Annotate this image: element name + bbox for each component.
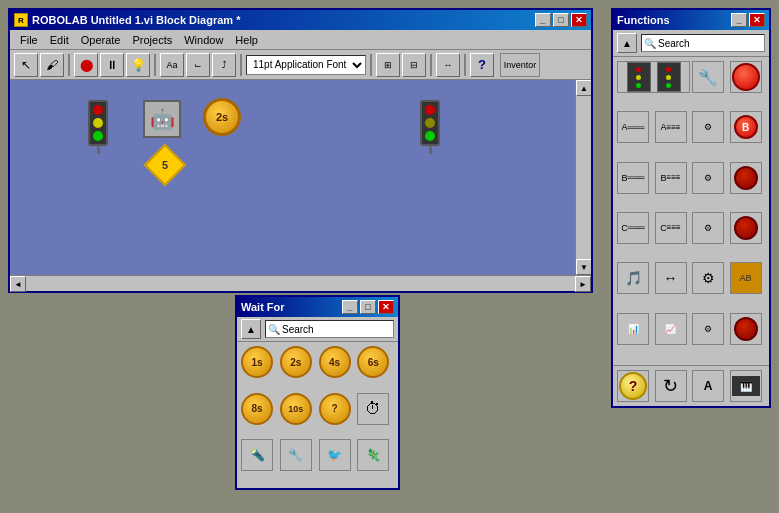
- func-sensor-1[interactable]: 🔧: [692, 61, 724, 93]
- func-block-f1[interactable]: 📊: [617, 313, 649, 345]
- menu-help[interactable]: Help: [229, 32, 264, 48]
- piano-keys: 🎹: [732, 376, 760, 396]
- nav-button[interactable]: ↔: [436, 53, 460, 77]
- func-block-e[interactable]: AB: [730, 262, 762, 294]
- func-block-c1[interactable]: C═══: [617, 212, 649, 244]
- functions-back-button[interactable]: ▲: [617, 33, 637, 53]
- wait-10s-icon[interactable]: 10s: [280, 393, 312, 425]
- menubar: File Edit Operate Projects Window Help: [10, 30, 591, 50]
- wait-2s-icon[interactable]: 2s: [280, 346, 312, 378]
- menu-file[interactable]: File: [14, 32, 44, 48]
- waitfor-back-button[interactable]: ▲: [241, 319, 261, 339]
- wait-sensor-2[interactable]: 🔧: [280, 439, 312, 471]
- diamond-branch[interactable]: 5: [144, 144, 186, 186]
- contract-button[interactable]: ⊟: [402, 53, 426, 77]
- traffic-signal-2[interactable]: [420, 100, 440, 154]
- func-sensor-4[interactable]: ⚙: [692, 212, 724, 244]
- scroll-right-button[interactable]: ►: [575, 276, 591, 292]
- question-circle: ?: [619, 372, 647, 400]
- func-traffic-light-1[interactable]: [617, 61, 690, 93]
- functions-minimize[interactable]: _: [731, 13, 747, 27]
- toolbar-separator-2: [154, 54, 156, 76]
- yellow-light-2: [425, 118, 435, 128]
- func-block-a2[interactable]: A≡≡≡: [655, 111, 687, 143]
- waitfor-minimize[interactable]: _: [342, 300, 358, 314]
- func-sensor-6[interactable]: ⚙: [692, 313, 724, 345]
- scroll-down-button[interactable]: ▼: [576, 259, 591, 275]
- pointer-tool[interactable]: ↖: [14, 53, 38, 77]
- wire-tool[interactable]: ⌙: [186, 53, 210, 77]
- menu-window[interactable]: Window: [178, 32, 229, 48]
- green-light-2: [425, 131, 435, 141]
- func-arrow-1[interactable]: ↔: [655, 262, 687, 294]
- func-block-b2[interactable]: B≡≡≡: [655, 162, 687, 194]
- scroll-up-button[interactable]: ▲: [576, 80, 591, 96]
- scroll-left-button[interactable]: ◄: [10, 276, 26, 292]
- menu-operate[interactable]: Operate: [75, 32, 127, 48]
- functions-search-box[interactable]: 🔍 Search: [641, 34, 765, 52]
- functions-close[interactable]: ✕: [749, 13, 765, 27]
- func-sensor-2[interactable]: ⚙: [692, 111, 724, 143]
- expand-button[interactable]: ⊞: [376, 53, 400, 77]
- arrow-tool[interactable]: ⤴: [212, 53, 236, 77]
- wait-question-icon[interactable]: ?: [319, 393, 351, 425]
- text-tool[interactable]: Aa: [160, 53, 184, 77]
- pause-button[interactable]: ⏸: [100, 53, 124, 77]
- help-button[interactable]: ?: [470, 53, 494, 77]
- traffic-signal-1[interactable]: [88, 100, 108, 154]
- func-red-circle-c[interactable]: [730, 162, 762, 194]
- func-red-circle-e[interactable]: [730, 313, 762, 345]
- scroll-track-v[interactable]: [576, 96, 591, 259]
- func-sensor-3[interactable]: ⚙: [692, 162, 724, 194]
- toolbar: ↖ 🖌 ⬤ ⏸ 💡 Aa ⌙ ⤴ 11pt Application Font ⊞…: [10, 50, 591, 80]
- toolbar-separator-5: [430, 54, 432, 76]
- func-rotate-icon[interactable]: ↻: [655, 370, 687, 402]
- func-red-circle-b[interactable]: B: [730, 111, 762, 143]
- run-button[interactable]: ⬤: [74, 53, 98, 77]
- inventor-button[interactable]: Inventor: [500, 53, 540, 77]
- func-block-f2[interactable]: 📈: [655, 313, 687, 345]
- func-yellow-1: [636, 75, 641, 80]
- diamond-label: 5: [162, 159, 168, 171]
- func-piano-icon[interactable]: 🎹: [730, 370, 762, 402]
- menu-projects[interactable]: Projects: [126, 32, 178, 48]
- functions-grid: 🔧 A═══ A≡≡≡ ⚙ B B═══ B≡≡≡ ⚙ C═══ C≡≡≡ ⚙ …: [613, 57, 769, 365]
- func-red-circle-a[interactable]: [730, 61, 762, 93]
- close-button[interactable]: ✕: [571, 13, 587, 27]
- wait-2s-element[interactable]: 2s: [203, 98, 241, 136]
- maximize-button[interactable]: □: [553, 13, 569, 27]
- menu-edit[interactable]: Edit: [44, 32, 75, 48]
- func-block-a1[interactable]: A═══: [617, 111, 649, 143]
- func-music-1[interactable]: 🎵: [617, 262, 649, 294]
- func-red-circle-d[interactable]: [730, 212, 762, 244]
- wait-1s-icon[interactable]: 1s: [241, 346, 273, 378]
- func-block-b1[interactable]: B═══: [617, 162, 649, 194]
- functions-bottom-row: ? ↻ A 🎹: [613, 365, 769, 406]
- wait-clock-icon[interactable]: ⏱: [357, 393, 389, 425]
- func-question-icon[interactable]: ?: [617, 370, 649, 402]
- waitfor-close[interactable]: ✕: [378, 300, 394, 314]
- wait-sensor-1[interactable]: 🔦: [241, 439, 273, 471]
- func-letter-a-icon[interactable]: A: [692, 370, 724, 402]
- main-title: ROBOLAB Untitled 1.vi Block Diagram *: [32, 14, 535, 26]
- robot-block[interactable]: 🤖: [143, 100, 181, 138]
- scrollbar-horizontal[interactable]: ◄ ►: [10, 275, 591, 291]
- waitfor-maximize[interactable]: □: [360, 300, 376, 314]
- block-diagram-canvas[interactable]: 🤖 2s 5: [10, 80, 575, 275]
- waitfor-search-label: Search: [282, 324, 314, 335]
- func-block-c2[interactable]: C≡≡≡: [655, 212, 687, 244]
- font-selector[interactable]: 11pt Application Font: [246, 55, 366, 75]
- minimize-button[interactable]: _: [535, 13, 551, 27]
- bulb-button[interactable]: 💡: [126, 53, 150, 77]
- wait-4s-icon[interactable]: 4s: [319, 346, 351, 378]
- wait-sensor-3[interactable]: 🐦: [319, 439, 351, 471]
- func-tl-icon-1: [627, 62, 651, 92]
- func-sensor-5[interactable]: ⚙: [692, 262, 724, 294]
- scrollbar-vertical[interactable]: ▲ ▼: [575, 80, 591, 275]
- scroll-track-h[interactable]: [26, 276, 575, 291]
- waitfor-search-box[interactable]: 🔍 Search: [265, 320, 394, 338]
- wait-sensor-4[interactable]: 🦎: [357, 439, 389, 471]
- wait-8s-icon[interactable]: 8s: [241, 393, 273, 425]
- paint-tool[interactable]: 🖌: [40, 53, 64, 77]
- wait-6s-icon[interactable]: 6s: [357, 346, 389, 378]
